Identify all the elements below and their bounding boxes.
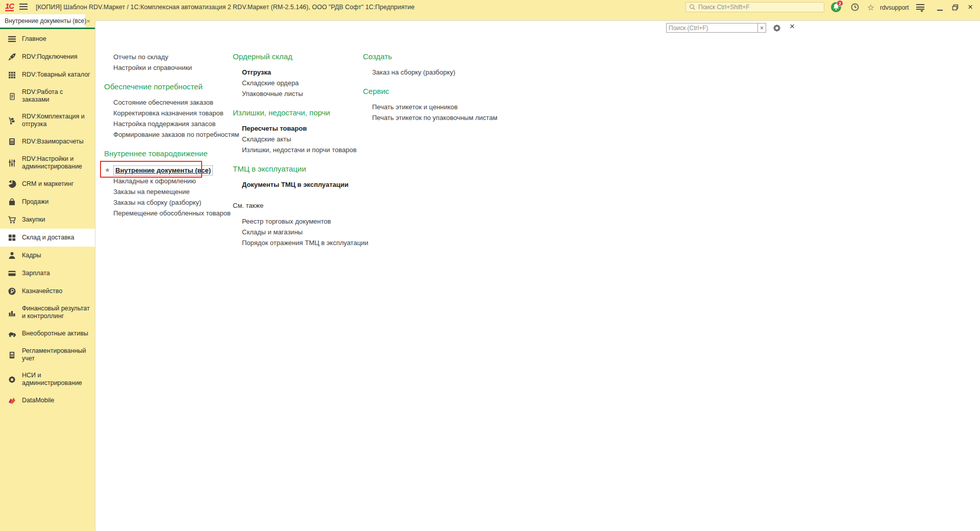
- sidebar-item[interactable]: RDV:Взаиморасчеты: [0, 133, 95, 151]
- menu-column-1: Отчеты по складуНастройки и справочникиО…: [104, 52, 231, 219]
- sidebar-item[interactable]: Закупки: [0, 211, 95, 229]
- sidebar-item-label: Внеоборотные активы: [22, 330, 88, 337]
- sidebar-item-label: Закупки: [22, 216, 45, 224]
- pie-chart-icon: [8, 180, 16, 188]
- sidebar-item[interactable]: Регламентированный учет: [0, 343, 95, 367]
- sidebar-item-label: DataMobile: [22, 397, 54, 404]
- service-settings-menu-icon[interactable]: [915, 2, 926, 13]
- menu-link-favorited[interactable]: ★Внутренние документы (все): [104, 164, 231, 176]
- truck-icon: [8, 329, 16, 338]
- sidebar-item[interactable]: RDV:Работа с заказами: [0, 84, 95, 108]
- menu-link[interactable]: Отчеты по складу: [104, 52, 231, 62]
- favorites-star-icon[interactable]: ☆: [866, 2, 876, 13]
- menu-link[interactable]: Документы ТМЦ в эксплуатации: [233, 179, 360, 190]
- group-header: Внутреннее товародвижение: [104, 149, 231, 159]
- search-icon: [689, 4, 696, 11]
- menu-link[interactable]: Настройки и справочники: [104, 62, 231, 73]
- menu-link[interactable]: Перемещение обособленных товаров: [104, 208, 231, 219]
- rocket-icon: [8, 53, 16, 61]
- group-header: Создать: [363, 52, 536, 62]
- minimize-icon[interactable]: [934, 2, 945, 13]
- sidebar-item-label: RDV:Настройки и администрирование: [22, 155, 92, 171]
- hamburger-icon: [8, 35, 16, 43]
- sidebar-item[interactable]: Кадры: [0, 247, 95, 264]
- panel-close-icon[interactable]: ×: [788, 21, 797, 32]
- ruble-icon: [8, 287, 16, 296]
- bar-chart-icon: [8, 308, 16, 317]
- menu-link[interactable]: Печать этикеток и ценников: [363, 102, 536, 112]
- favorite-star-icon[interactable]: ★: [105, 165, 110, 176]
- menu-link[interactable]: Состояние обеспечения заказов: [104, 97, 231, 108]
- sidebar-item[interactable]: Внеоборотные активы: [0, 325, 95, 343]
- sidebar-item[interactable]: RDV:Подключения: [0, 48, 95, 66]
- menu-link[interactable]: Складские ордера: [233, 78, 360, 88]
- 1c-logo: 1С: [5, 2, 14, 11]
- window-title: [КОПИЯ] Шаблон RDV.Маркет / 1С:Комплексн…: [36, 4, 414, 11]
- menu-link[interactable]: Склады и магазины: [233, 227, 360, 237]
- restore-window-icon[interactable]: [949, 2, 961, 13]
- menu-link[interactable]: Формирование заказов по потребностям: [104, 129, 231, 140]
- menu-link[interactable]: Заказ на сборку (разборку): [363, 67, 536, 78]
- sidebar-item[interactable]: Финансовый результат и контроллинг: [0, 300, 95, 325]
- sidebar-item-label: RDV:Товарный каталог: [22, 71, 90, 79]
- notification-count-badge: 2: [837, 0, 843, 7]
- sidebar-item-label: CRM и маркетинг: [22, 180, 74, 188]
- menu-link[interactable]: Пересчеты товаров: [233, 123, 360, 134]
- tab-close-icon[interactable]: ×: [86, 17, 90, 25]
- see-also-header: См. также: [233, 201, 360, 211]
- panel-search-box[interactable]: [666, 23, 758, 33]
- group-header: Обеспечение потребностей: [104, 82, 231, 92]
- menu-link[interactable]: Отгрузка: [233, 67, 360, 78]
- sidebar-item-label: НСИ и администрирование: [22, 372, 92, 387]
- sidebar-item-label: RDV:Комплектация и отгрузка: [22, 113, 92, 128]
- menu-link[interactable]: Заказы на сборку (разборку): [104, 197, 231, 208]
- warehouse-icon: [8, 233, 16, 242]
- panel-search-input[interactable]: [669, 25, 755, 32]
- card-icon: [8, 269, 16, 278]
- window-titlebar: 1С [КОПИЯ] Шаблон RDV.Маркет / 1С:Компле…: [0, 0, 980, 14]
- sidebar-item-label: Главное: [22, 35, 46, 43]
- menu-link[interactable]: Упаковочные листы: [233, 88, 360, 99]
- menu-link[interactable]: Излишки, недостачи и порчи товаров: [233, 144, 360, 155]
- menu-link[interactable]: Реестр торговых документов: [233, 216, 360, 227]
- menu-link[interactable]: Порядок отражения ТМЦ в эксплуатации: [233, 237, 360, 248]
- sidebar-item[interactable]: RDV:Настройки и администрирование: [0, 151, 95, 175]
- sidebar-item[interactable]: DataMobile: [0, 392, 95, 409]
- panel-search-clear-icon[interactable]: ×: [757, 23, 766, 33]
- tab-internal-documents[interactable]: Внутренние документы (все) ×: [0, 14, 85, 28]
- catalog-grid-icon: [8, 70, 16, 79]
- sidebar-item[interactable]: RDV:Товарный каталог: [0, 66, 95, 84]
- main-menu-icon[interactable]: [19, 4, 28, 10]
- active-section-divider: [0, 28, 95, 29]
- sidebar-item[interactable]: Склад и доставка: [0, 229, 95, 247]
- calculator-icon: [8, 137, 16, 146]
- menu-link[interactable]: Складские акты: [233, 134, 360, 144]
- sidebar-item-label: RDV:Работа с заказами: [22, 88, 92, 104]
- sidebar-item[interactable]: НСИ и администрирование: [0, 367, 95, 392]
- ledger-icon: [8, 351, 16, 359]
- menu-link[interactable]: Накладные к оформлению: [104, 176, 231, 186]
- shopping-bag-icon: [8, 198, 16, 206]
- menu-link[interactable]: Заказы на перемещение: [104, 186, 231, 197]
- tab-label: Внутренние документы (все): [0, 17, 86, 25]
- sidebar-item-label: Финансовый результат и контроллинг: [22, 305, 92, 320]
- sidebar-item[interactable]: RDV:Комплектация и отгрузка: [0, 108, 95, 133]
- global-search-input[interactable]: [698, 4, 821, 11]
- panel-settings-gear-icon[interactable]: [772, 23, 781, 33]
- menu-link[interactable]: Корректировка назначения товаров: [104, 108, 231, 118]
- history-icon[interactable]: [849, 2, 861, 13]
- sidebar-item[interactable]: Продажи: [0, 193, 95, 211]
- menu-link[interactable]: Печать этикеток по упаковочным листам: [363, 112, 536, 123]
- current-user[interactable]: rdvsupport: [880, 4, 909, 11]
- menu-link[interactable]: Настройка поддержания запасов: [104, 118, 231, 129]
- sidebar-item[interactable]: CRM и маркетинг: [0, 175, 95, 193]
- sidebar-item-label: RDV:Подключения: [22, 53, 77, 61]
- sliders-icon: [8, 159, 16, 167]
- handtruck-icon: [8, 116, 16, 125]
- close-window-icon[interactable]: ×: [965, 2, 976, 13]
- sidebar-item[interactable]: Главное: [0, 30, 95, 48]
- sidebar-item[interactable]: Зарплата: [0, 264, 95, 282]
- sidebar-item[interactable]: Казначейство: [0, 282, 95, 300]
- group-header: Ордерный склад: [233, 52, 360, 62]
- global-search-box[interactable]: [685, 2, 824, 12]
